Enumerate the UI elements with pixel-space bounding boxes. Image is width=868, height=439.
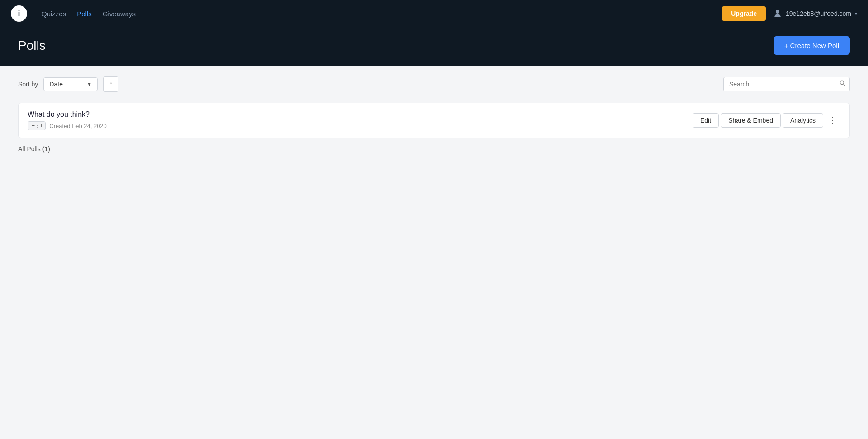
poll-title: What do you think? bbox=[28, 110, 107, 119]
poll-info: What do you think? + 🏷 Created Feb 24, 2… bbox=[28, 110, 107, 130]
poll-item: What do you think? + 🏷 Created Feb 24, 2… bbox=[18, 103, 850, 138]
create-new-poll-button[interactable]: + Create New Poll bbox=[774, 36, 850, 55]
sort-value: Date bbox=[49, 81, 63, 88]
chevron-down-icon: ▾ bbox=[855, 11, 857, 16]
more-options-button[interactable]: ⋮ bbox=[825, 114, 840, 127]
logo-text: i bbox=[18, 9, 20, 19]
sort-order-icon: ↑ bbox=[109, 80, 113, 88]
analytics-button[interactable]: Analytics bbox=[783, 113, 823, 128]
upgrade-button[interactable]: Upgrade bbox=[722, 6, 766, 21]
nav-link-giveaways[interactable]: Giveaways bbox=[103, 10, 136, 18]
tag-icon: + 🏷 bbox=[32, 123, 42, 129]
nav-link-quizzes[interactable]: Quizzes bbox=[42, 10, 66, 18]
user-email: 19e12eb8@uifeed.com bbox=[786, 10, 851, 17]
nav-links: Quizzes Polls Giveaways bbox=[42, 10, 708, 18]
all-polls-label: All Polls (1) bbox=[18, 145, 850, 153]
poll-actions: Edit Share & Embed Analytics ⋮ bbox=[693, 113, 840, 128]
main-content: Sort by Date ▼ ↑ What do you think? + 🏷 bbox=[0, 66, 868, 439]
share-embed-button[interactable]: Share & Embed bbox=[721, 113, 781, 128]
page-header: Polls + Create New Poll bbox=[0, 27, 868, 66]
poll-meta: + 🏷 Created Feb 24, 2020 bbox=[28, 121, 107, 130]
sort-label: Sort by bbox=[18, 81, 38, 88]
more-icon: ⋮ bbox=[829, 115, 837, 125]
nav-right: Upgrade 19e12eb8@uifeed.com ▾ bbox=[722, 6, 857, 21]
add-tag-button[interactable]: + 🏷 bbox=[28, 121, 46, 130]
search-button[interactable] bbox=[839, 80, 846, 89]
logo[interactable]: i bbox=[11, 5, 27, 22]
search-icon bbox=[839, 80, 846, 87]
sort-select[interactable]: Date ▼ bbox=[43, 77, 98, 91]
sort-dropdown-icon: ▼ bbox=[86, 81, 92, 87]
poll-created-date: Created Feb 24, 2020 bbox=[49, 123, 106, 129]
sort-bar: Sort by Date ▼ ↑ bbox=[18, 76, 850, 92]
navbar: i Quizzes Polls Giveaways Upgrade 19e12e… bbox=[0, 0, 868, 27]
search-input[interactable] bbox=[723, 77, 850, 91]
user-icon bbox=[773, 9, 782, 18]
sort-order-button[interactable]: ↑ bbox=[103, 76, 118, 92]
edit-button[interactable]: Edit bbox=[693, 113, 719, 128]
page-title: Polls bbox=[18, 38, 46, 53]
nav-link-polls[interactable]: Polls bbox=[77, 10, 92, 18]
user-menu[interactable]: 19e12eb8@uifeed.com ▾ bbox=[773, 9, 857, 18]
search-container bbox=[723, 77, 850, 91]
